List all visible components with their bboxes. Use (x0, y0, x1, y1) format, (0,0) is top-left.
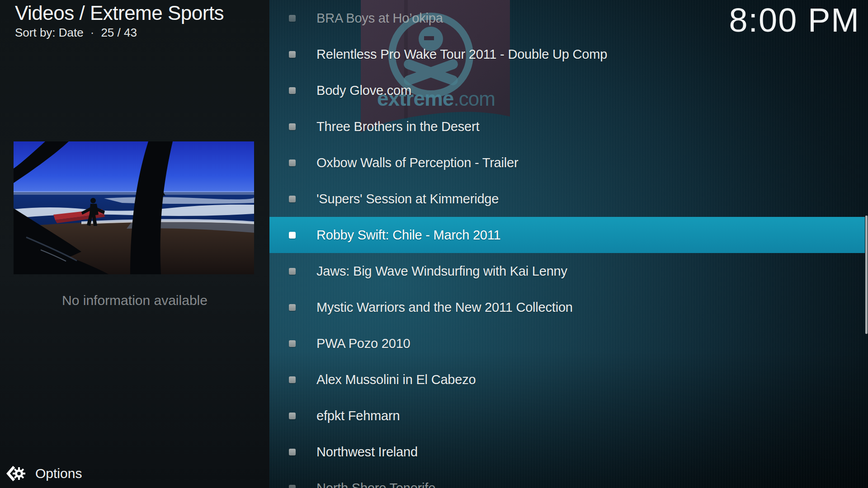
item-label: Three Brothers in the Desert (316, 119, 479, 134)
video-thumbnail (14, 141, 254, 274)
item-bullet-icon (289, 413, 296, 419)
video-list: BRA Boys at Ho’okipaRelentless Pro Wake … (269, 0, 868, 488)
list-item[interactable]: Alex Mussolini in El Cabezo (269, 361, 865, 398)
list-item[interactable]: North Shore Tenerife (269, 470, 865, 488)
item-bullet-icon (289, 51, 296, 58)
item-label: Northwest Ireland (316, 445, 418, 460)
item-bullet-icon (289, 268, 296, 275)
scrollbar-thumb[interactable] (865, 216, 868, 334)
item-label: Oxbow Walls of Perception - Trailer (316, 155, 518, 170)
options-gear-icon (5, 464, 26, 483)
list-item[interactable]: Three Brothers in the Desert (269, 108, 865, 145)
item-label: Body Glove.com (316, 83, 411, 98)
windsurfer-beach-image (14, 141, 254, 274)
item-bullet-icon (289, 196, 296, 202)
separator-dot: · (90, 26, 94, 40)
item-bullet-icon (289, 449, 296, 455)
list-item[interactable]: PWA Pozo 2010 (269, 325, 865, 361)
list-item[interactable]: Northwest Ireland (269, 434, 865, 470)
list-item[interactable]: Mystic Warriors and the New 2011 Collect… (269, 289, 865, 325)
list-item[interactable]: Jaws: Big Wave Windsurfing with Kai Lenn… (269, 253, 865, 289)
item-bullet-icon (289, 87, 296, 94)
list-item[interactable]: Relentless Pro Wake Tour 2011 - Double U… (269, 36, 865, 72)
list-item[interactable]: Oxbow Walls of Perception - Trailer (269, 145, 865, 181)
list-item[interactable]: efpkt Fehmarn (269, 398, 865, 434)
clock: 8:00 PM (729, 1, 860, 39)
list-item[interactable]: Body Glove.com (269, 72, 865, 108)
item-label: Alex Mussolini in El Cabezo (316, 372, 476, 387)
item-label: Mystic Warriors and the New 2011 Collect… (316, 300, 573, 315)
item-bullet-icon (289, 304, 296, 311)
item-bullet-icon (289, 123, 296, 130)
sort-by-label[interactable]: Sort by: Date (15, 26, 84, 40)
item-label: PWA Pozo 2010 (316, 336, 410, 351)
no-information-text: No information available (0, 293, 269, 308)
item-bullet-icon (289, 485, 296, 488)
item-bullet-icon (289, 15, 296, 22)
options-label: Options (35, 466, 82, 481)
item-label: Relentless Pro Wake Tour 2011 - Double U… (316, 47, 607, 62)
list-item[interactable]: 'Supers' Session at Kimmeridge (269, 181, 865, 217)
page-title: Videos / Extreme Sports (15, 2, 224, 24)
item-label: Robby Swift: Chile - March 2011 (316, 228, 501, 243)
item-label: Jaws: Big Wave Windsurfing with Kai Lenn… (316, 264, 567, 279)
item-bullet-icon (289, 232, 296, 239)
item-position-count: 25 / 43 (101, 26, 137, 40)
sort-line: Sort by: Date · 25 / 43 (15, 26, 137, 40)
item-bullet-icon (289, 160, 296, 166)
item-label: 'Supers' Session at Kimmeridge (316, 192, 499, 206)
item-label: North Shore Tenerife (316, 481, 435, 488)
item-label: efpkt Fehmarn (316, 408, 400, 423)
item-bullet-icon (289, 340, 296, 347)
info-panel: Videos / Extreme Sports Sort by: Date · … (0, 0, 269, 488)
item-label: BRA Boys at Ho’okipa (316, 11, 443, 26)
item-bullet-icon (289, 376, 296, 383)
options-button[interactable]: Options (5, 462, 82, 485)
list-item[interactable]: Robby Swift: Chile - March 2011 (269, 217, 865, 253)
